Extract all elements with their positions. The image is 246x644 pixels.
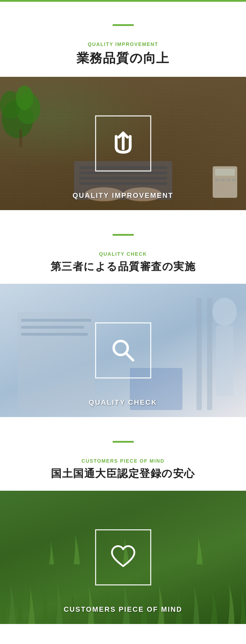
section2-header: QUALITY CHECK 第三者による品質審査の実施 bbox=[0, 210, 246, 274]
svg-rect-4 bbox=[19, 129, 22, 147]
svg-rect-19 bbox=[21, 319, 91, 322]
svg-rect-13 bbox=[215, 169, 235, 176]
svg-rect-25 bbox=[216, 326, 233, 396]
section3-header: CUSTOMERS PIECE OF MIND 国土国通大臣認定登録の安心 bbox=[0, 417, 246, 481]
magnifier-icon bbox=[109, 336, 137, 364]
svg-rect-9 bbox=[79, 182, 167, 185]
section3-panel-label: CUSTOMERS PIECE OF MIND bbox=[0, 605, 246, 613]
plant-decor bbox=[0, 77, 56, 147]
section2-title: 第三者による品質審査の実施 bbox=[7, 260, 239, 274]
section1-panel-label: QUALITY IMPROVEMENT bbox=[0, 192, 246, 200]
arrow-up-icon bbox=[109, 129, 137, 157]
section1-subtitle: QUALITY IMPROVEMENT bbox=[7, 41, 239, 47]
svg-rect-20 bbox=[21, 326, 84, 329]
section3-image-panel: CUSTOMERS PIECE OF MIND bbox=[0, 491, 246, 624]
heart-icon bbox=[109, 543, 137, 571]
section3-divider bbox=[113, 441, 134, 443]
section3-subtitle: CUSTOMERS PIECE OF MIND bbox=[7, 458, 239, 464]
section3-icon-box bbox=[95, 529, 151, 585]
section2-subtitle: QUALITY CHECK bbox=[7, 251, 239, 257]
section1-icon-box bbox=[95, 115, 151, 172]
section1-divider bbox=[113, 24, 134, 26]
section2-panel-label: QUALITY CHECK bbox=[0, 398, 246, 407]
svg-rect-21 bbox=[21, 333, 88, 336]
section2-image-panel: QUALITY CHECK bbox=[0, 284, 246, 417]
section-customers-peace: CUSTOMERS PIECE OF MIND 国土国通大臣認定登録の安心 bbox=[0, 417, 246, 624]
svg-point-3 bbox=[16, 86, 33, 110]
svg-rect-22 bbox=[197, 298, 202, 410]
section3-title: 国土国通大臣認定登録の安心 bbox=[7, 467, 239, 481]
svg-rect-17 bbox=[232, 179, 236, 181]
section-quality-improvement: QUALITY IMPROVEMENT 業務品質の向上 bbox=[0, 2, 246, 210]
svg-rect-16 bbox=[226, 179, 231, 181]
svg-rect-15 bbox=[221, 179, 225, 181]
section-quality-check: QUALITY CHECK 第三者による品質審査の実施 bbox=[0, 210, 246, 417]
section1-header: QUALITY IMPROVEMENT 業務品質の向上 bbox=[0, 2, 246, 67]
section2-icon-box bbox=[95, 322, 151, 378]
svg-rect-23 bbox=[207, 298, 212, 410]
section2-divider bbox=[113, 234, 134, 236]
svg-line-28 bbox=[126, 353, 133, 360]
section1-image-panel: QUALITY IMPROVEMENT bbox=[0, 77, 246, 210]
svg-rect-7 bbox=[79, 172, 167, 174]
svg-rect-14 bbox=[215, 179, 219, 181]
section1-title: 業務品質の向上 bbox=[7, 50, 239, 67]
svg-point-24 bbox=[212, 298, 237, 326]
svg-rect-8 bbox=[79, 177, 167, 180]
